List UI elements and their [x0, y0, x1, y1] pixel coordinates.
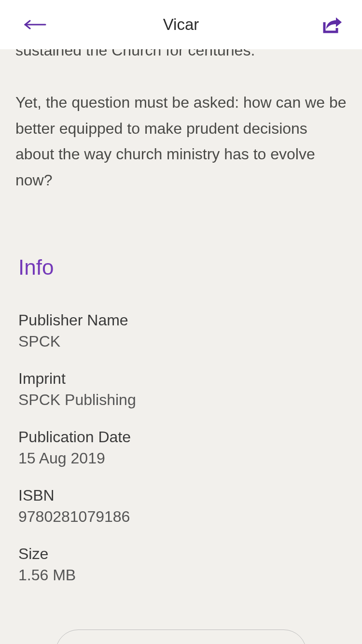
- info-item-publisher: Publisher Name SPCK: [18, 311, 347, 350]
- remove-from-device-button[interactable]: REMOVE FROM THIS DEVICE: [56, 630, 306, 644]
- share-icon[interactable]: [322, 15, 343, 34]
- info-value: SPCK: [18, 333, 347, 350]
- info-value: 15 Aug 2019: [18, 449, 347, 467]
- info-heading: Info: [18, 255, 347, 280]
- info-list: Publisher Name SPCK Imprint SPCK Publish…: [18, 311, 347, 584]
- info-label: Publisher Name: [18, 311, 347, 329]
- description-paragraph: Yet, the question must be asked: how can…: [15, 90, 347, 194]
- header-bar: Vicar: [0, 0, 362, 49]
- info-item-size: Size 1.56 MB: [18, 545, 347, 584]
- info-label: Size: [18, 545, 347, 563]
- page-title: Vicar: [163, 15, 199, 34]
- info-value: SPCK Publishing: [18, 391, 347, 409]
- info-label: Imprint: [18, 370, 347, 388]
- info-item-publication-date: Publication Date 15 Aug 2019: [18, 428, 347, 467]
- info-label: Publication Date: [18, 428, 347, 446]
- info-item-imprint: Imprint SPCK Publishing: [18, 370, 347, 409]
- back-arrow-icon[interactable]: [24, 19, 46, 30]
- info-value: 1.56 MB: [18, 566, 347, 584]
- info-label: ISBN: [18, 487, 347, 504]
- content-area: sustained the Church for centuries. Yet,…: [0, 49, 362, 644]
- info-item-isbn: ISBN 9780281079186: [18, 487, 347, 526]
- info-value: 9780281079186: [18, 508, 347, 526]
